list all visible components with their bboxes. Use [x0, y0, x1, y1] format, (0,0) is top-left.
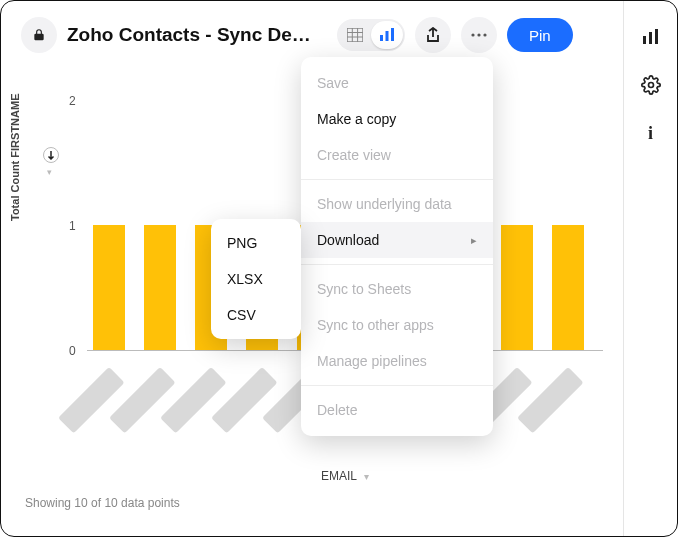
- y-tick-0: 0: [69, 344, 76, 358]
- bar-chart-icon: [642, 28, 660, 46]
- chevron-down-icon[interactable]: ▾: [364, 471, 369, 482]
- main-area: Zoho Contacts - Sync Demo (… Pin Total C…: [1, 1, 623, 536]
- menu-separator: [301, 385, 493, 386]
- menu-sync-sheets[interactable]: Sync to Sheets: [301, 271, 493, 307]
- y-tick-1: 1: [69, 219, 76, 233]
- menu-separator: [301, 264, 493, 265]
- svg-point-12: [471, 33, 474, 36]
- menu-delete[interactable]: Delete: [301, 392, 493, 428]
- y-tick-2: 2: [69, 94, 76, 108]
- rail-chart-button[interactable]: [633, 19, 669, 55]
- y-axis-label: Total Count FIRSTNAME: [9, 94, 21, 222]
- y-axis-sort-button[interactable]: [43, 147, 59, 163]
- download-xlsx[interactable]: XLSX: [211, 261, 301, 297]
- right-rail: i: [623, 1, 677, 536]
- share-button[interactable]: [415, 17, 451, 53]
- chart-footnote: Showing 10 of 10 data points: [25, 496, 180, 510]
- menu-manage-pipelines[interactable]: Manage pipelines: [301, 343, 493, 379]
- svg-rect-2: [655, 29, 658, 44]
- menu-download-label: Download: [317, 232, 379, 248]
- view-toggle-chart[interactable]: [371, 21, 403, 49]
- bar-10[interactable]: [552, 225, 584, 350]
- svg-point-3: [648, 83, 653, 88]
- bar-2[interactable]: [144, 225, 176, 350]
- svg-point-14: [483, 33, 486, 36]
- lock-icon: [32, 28, 46, 42]
- page-title: Zoho Contacts - Sync Demo (…: [67, 24, 327, 46]
- svg-point-13: [477, 33, 480, 36]
- menu-create-view[interactable]: Create view: [301, 137, 493, 173]
- rail-info-button[interactable]: i: [633, 115, 669, 151]
- view-toggle-table[interactable]: [339, 21, 371, 49]
- info-icon: i: [648, 123, 653, 144]
- menu-separator: [301, 179, 493, 180]
- svg-rect-1: [649, 32, 652, 44]
- y-axis-menu-icon[interactable]: ▾: [47, 167, 52, 177]
- more-icon: [471, 33, 487, 37]
- chart-icon: [379, 28, 395, 42]
- topbar: Zoho Contacts - Sync Demo (… Pin: [21, 15, 613, 55]
- svg-rect-11: [391, 28, 394, 41]
- bar-9[interactable]: [501, 225, 533, 350]
- menu-save[interactable]: Save: [301, 65, 493, 101]
- rail-settings-button[interactable]: [633, 67, 669, 103]
- download-png[interactable]: PNG: [211, 225, 301, 261]
- download-csv[interactable]: CSV: [211, 297, 301, 333]
- table-icon: [347, 28, 363, 42]
- bar-1[interactable]: [93, 225, 125, 350]
- chevron-right-icon: ▸: [471, 234, 477, 247]
- menu-make-copy[interactable]: Make a copy: [301, 101, 493, 137]
- menu-show-underlying[interactable]: Show underlying data: [301, 186, 493, 222]
- arrow-down-icon: [47, 150, 55, 160]
- view-toggle: [337, 19, 405, 51]
- download-submenu: PNG XLSX CSV: [211, 219, 301, 339]
- svg-rect-4: [347, 28, 363, 42]
- more-button[interactable]: [461, 17, 497, 53]
- svg-rect-9: [380, 35, 383, 41]
- lock-button[interactable]: [21, 17, 57, 53]
- more-menu: Save Make a copy Create view Show underl…: [301, 57, 493, 436]
- menu-sync-apps[interactable]: Sync to other apps: [301, 307, 493, 343]
- share-icon: [426, 27, 440, 43]
- menu-download[interactable]: Download ▸: [301, 222, 493, 258]
- x-axis-label-row: EMAIL ▾: [87, 469, 603, 483]
- pin-button[interactable]: Pin: [507, 18, 573, 52]
- x-axis-label[interactable]: EMAIL: [321, 469, 357, 483]
- svg-rect-10: [386, 31, 389, 41]
- gear-icon: [641, 75, 661, 95]
- svg-rect-0: [643, 36, 646, 44]
